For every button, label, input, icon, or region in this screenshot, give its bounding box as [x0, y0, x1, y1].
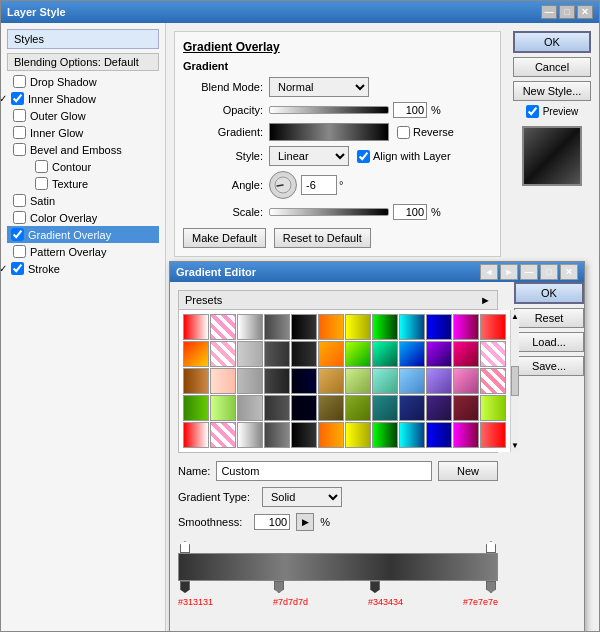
effect-checkbox[interactable]: [13, 211, 26, 224]
preset-gradient-item[interactable]: [372, 314, 398, 340]
preset-gradient-item[interactable]: [237, 341, 263, 367]
effect-checkbox[interactable]: [11, 228, 24, 241]
preset-gradient-item[interactable]: [291, 395, 317, 421]
preset-gradient-item[interactable]: [453, 422, 479, 448]
preset-gradient-item[interactable]: [210, 422, 236, 448]
preset-gradient-item[interactable]: [264, 422, 290, 448]
preset-gradient-item[interactable]: [345, 314, 371, 340]
styles-header[interactable]: Styles: [7, 29, 159, 49]
effect-checkbox[interactable]: [13, 109, 26, 122]
angle-dial[interactable]: [269, 171, 297, 199]
opacity-stop-right[interactable]: [486, 541, 496, 553]
preset-gradient-item[interactable]: [183, 395, 209, 421]
ok-button[interactable]: OK: [513, 31, 591, 53]
preset-gradient-item[interactable]: [345, 395, 371, 421]
layer-list-item[interactable]: Bevel and Emboss: [7, 141, 159, 158]
color-stop-1[interactable]: [180, 581, 190, 593]
effect-checkbox[interactable]: [11, 92, 24, 105]
minimize-button[interactable]: —: [541, 5, 557, 19]
preset-gradient-item[interactable]: [345, 422, 371, 448]
preset-gradient-item[interactable]: [183, 368, 209, 394]
opacity-slider[interactable]: [269, 106, 389, 114]
presets-scrollbar[interactable]: ▲ ▼: [510, 310, 519, 452]
preset-gradient-item[interactable]: [264, 395, 290, 421]
maximize-button[interactable]: □: [559, 5, 575, 19]
effect-checkbox[interactable]: [35, 160, 48, 173]
layer-list-item[interactable]: Texture: [7, 175, 159, 192]
preset-gradient-item[interactable]: [183, 341, 209, 367]
layer-list-item[interactable]: Contour: [7, 158, 159, 175]
effect-checkbox[interactable]: [13, 75, 26, 88]
effect-checkbox[interactable]: [13, 245, 26, 258]
preset-gradient-item[interactable]: [318, 368, 344, 394]
preset-gradient-item[interactable]: [291, 341, 317, 367]
preset-gradient-item[interactable]: [183, 422, 209, 448]
ge-maximize-btn[interactable]: □: [540, 264, 558, 280]
ge-load-button[interactable]: Load...: [514, 332, 584, 352]
layer-list-item[interactable]: Pattern Overlay: [7, 243, 159, 260]
make-default-button[interactable]: Make Default: [183, 228, 266, 248]
preset-gradient-item[interactable]: [264, 314, 290, 340]
preset-gradient-item[interactable]: [399, 341, 425, 367]
ge-reset-button[interactable]: Reset: [514, 308, 584, 328]
preset-gradient-item[interactable]: [237, 395, 263, 421]
preset-gradient-item[interactable]: [372, 368, 398, 394]
preset-gradient-item[interactable]: [237, 368, 263, 394]
effect-checkbox[interactable]: [11, 262, 24, 275]
ge-save-button[interactable]: Save...: [514, 356, 584, 376]
blend-mode-select[interactable]: Normal Multiply Screen: [269, 77, 369, 97]
preset-gradient-item[interactable]: [453, 395, 479, 421]
effect-checkbox[interactable]: [13, 126, 26, 139]
effect-checkbox[interactable]: [13, 143, 26, 156]
layer-list-item[interactable]: Inner Shadow: [7, 90, 159, 107]
preset-gradient-item[interactable]: [237, 314, 263, 340]
preset-gradient-item[interactable]: [210, 314, 236, 340]
preset-gradient-item[interactable]: [480, 422, 506, 448]
preset-gradient-item[interactable]: [345, 341, 371, 367]
align-layer-checkbox[interactable]: [357, 150, 370, 163]
smoothness-input[interactable]: [254, 514, 290, 530]
scale-input[interactable]: [393, 204, 427, 220]
color-stop-4[interactable]: [486, 581, 496, 593]
preset-gradient-item[interactable]: [264, 341, 290, 367]
preset-gradient-item[interactable]: [453, 341, 479, 367]
gradient-bar[interactable]: [178, 553, 498, 581]
color-stop-2[interactable]: [274, 581, 284, 593]
preset-gradient-item[interactable]: [372, 395, 398, 421]
align-layer-label[interactable]: Align with Layer: [357, 150, 451, 163]
opacity-stop-left[interactable]: [180, 541, 190, 553]
preset-gradient-item[interactable]: [372, 422, 398, 448]
preset-gradient-item[interactable]: [426, 422, 452, 448]
preset-gradient-item[interactable]: [426, 395, 452, 421]
preset-gradient-item[interactable]: [426, 368, 452, 394]
preset-gradient-item[interactable]: [291, 368, 317, 394]
preset-gradient-item[interactable]: [399, 395, 425, 421]
preset-gradient-item[interactable]: [399, 314, 425, 340]
style-select[interactable]: Linear Radial: [269, 146, 349, 166]
preset-gradient-item[interactable]: [210, 341, 236, 367]
blending-options-header[interactable]: Blending Options: Default: [7, 53, 159, 71]
smoothness-stepper[interactable]: ▶: [296, 513, 314, 531]
preset-gradient-item[interactable]: [318, 422, 344, 448]
preset-gradient-item[interactable]: [318, 314, 344, 340]
gradient-type-select[interactable]: Solid Noise: [262, 487, 342, 507]
preset-gradient-item[interactable]: [480, 314, 506, 340]
effect-checkbox[interactable]: [35, 177, 48, 190]
close-button[interactable]: ✕: [577, 5, 593, 19]
preset-gradient-item[interactable]: [399, 422, 425, 448]
layer-list-item[interactable]: Gradient Overlay: [7, 226, 159, 243]
preset-gradient-item[interactable]: [264, 368, 290, 394]
preset-gradient-item[interactable]: [291, 422, 317, 448]
ge-right-btn[interactable]: ►: [500, 264, 518, 280]
ge-left-btn[interactable]: ◄: [480, 264, 498, 280]
preset-gradient-item[interactable]: [318, 395, 344, 421]
scroll-up-icon[interactable]: ▲: [511, 312, 519, 321]
preset-gradient-item[interactable]: [210, 395, 236, 421]
preset-gradient-item[interactable]: [480, 368, 506, 394]
ge-close-btn[interactable]: ✕: [560, 264, 578, 280]
presets-arrow-icon[interactable]: ►: [480, 294, 491, 306]
layer-list-item[interactable]: Outer Glow: [7, 107, 159, 124]
layer-list-item[interactable]: Satin: [7, 192, 159, 209]
preset-gradient-item[interactable]: [453, 368, 479, 394]
preset-gradient-item[interactable]: [480, 395, 506, 421]
